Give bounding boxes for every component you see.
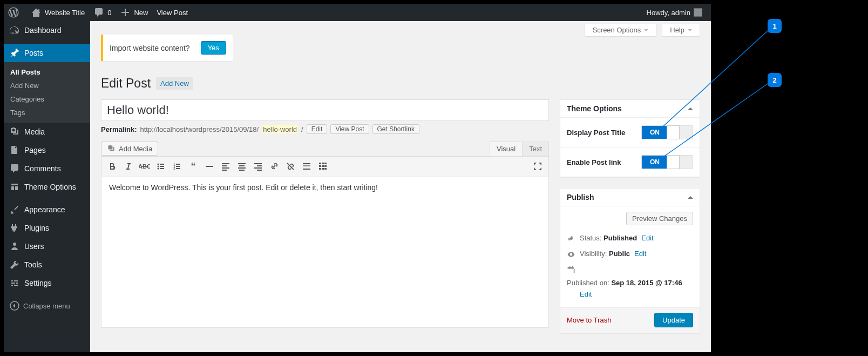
svg-text:“: “ (191, 161, 196, 172)
notice-text: Import website content? (110, 44, 190, 52)
nav-users[interactable]: Users (4, 237, 90, 256)
numbered-list-button[interactable]: 123 (169, 159, 185, 174)
permalink-shortlink-button[interactable]: Get Shortlink (372, 124, 419, 134)
nav-theme-options[interactable]: Theme Options (4, 178, 90, 196)
nav-media[interactable]: Media (4, 123, 90, 141)
users-icon (9, 241, 20, 252)
new-content-menu[interactable]: New (116, 4, 152, 21)
edit-visibility-link[interactable]: Edit (634, 250, 646, 258)
site-menu[interactable]: Website Title (26, 4, 89, 21)
status-line: Status: Published Edit (567, 231, 693, 246)
align-left-button[interactable] (218, 159, 233, 174)
account-menu[interactable]: Howdy, admin (642, 8, 707, 17)
permalink-label: Permalink: (101, 125, 137, 133)
nav-tags[interactable]: Tags (4, 106, 90, 119)
chevron-up-icon (688, 108, 693, 110)
admin-bar-right: Howdy, admin (642, 8, 711, 17)
plus-icon (120, 7, 131, 18)
help-toggle[interactable]: Help (662, 24, 700, 37)
nav-all-posts[interactable]: All Posts (4, 65, 90, 79)
move-to-trash-link[interactable]: Move to Trash (567, 316, 611, 324)
italic-button[interactable] (121, 159, 136, 174)
nav-plugins[interactable]: Plugins (4, 219, 90, 237)
callout-bubble-1: 1 (768, 19, 782, 33)
align-center-button[interactable] (234, 159, 249, 174)
view-post-link[interactable]: View Post (152, 4, 192, 21)
publish-title[interactable]: Publish (560, 189, 700, 206)
blockquote-button[interactable]: “ (186, 159, 201, 174)
preview-changes-button[interactable]: Preview Changes (626, 212, 693, 225)
permalink-edit-button[interactable]: Edit (307, 124, 328, 134)
bullet-list-button[interactable] (153, 159, 168, 174)
align-right-button[interactable] (250, 159, 266, 174)
svg-rect-16 (206, 166, 213, 167)
add-media-button[interactable]: Add Media (101, 142, 158, 156)
permalink-base: http://localhost/wordpress/2015/09/18/ (140, 125, 259, 133)
bold-button[interactable] (105, 159, 120, 174)
nav-comments[interactable]: Comments (4, 159, 90, 178)
nav-posts[interactable]: Posts (4, 44, 90, 62)
chevron-down-icon (688, 29, 692, 31)
appearance-icon (9, 204, 20, 215)
post-body: Permalink: http://localhost/wordpress/20… (101, 99, 549, 328)
enable-post-link-toggle[interactable]: ON (641, 155, 693, 169)
svg-rect-20 (222, 170, 227, 171)
nav-add-new-post[interactable]: Add New (4, 79, 90, 92)
page-heading: Edit Post Add New (101, 76, 193, 91)
svg-rect-34 (324, 163, 327, 164)
admin-bar-left: Website Title 0 New View Post (4, 4, 192, 21)
eye-icon (567, 250, 575, 259)
tab-text[interactable]: Text (523, 142, 549, 156)
display-post-title-toggle[interactable]: ON (641, 125, 693, 139)
update-button[interactable]: Update (654, 313, 693, 327)
svg-rect-27 (254, 167, 262, 169)
theme-options-title[interactable]: Theme Options (560, 100, 700, 118)
svg-rect-10 (176, 164, 180, 165)
visibility-line: Visibility: Public Edit (567, 246, 693, 262)
add-new-button[interactable]: Add New (156, 77, 193, 90)
kitchen-sink-button[interactable] (315, 159, 330, 174)
collapse-icon (9, 300, 20, 311)
nav-categories[interactable]: Categories (4, 92, 90, 106)
posts-submenu: All Posts Add New Categories Tags (4, 62, 90, 123)
fullscreen-button[interactable] (530, 159, 545, 174)
nav-pages[interactable]: Pages (4, 141, 90, 159)
pages-icon (9, 145, 20, 156)
wordpress-icon (8, 7, 19, 18)
admin-bar: Website Title 0 New View Post Howdy, adm… (4, 4, 711, 21)
theme-options-icon (9, 182, 20, 192)
svg-rect-36 (322, 165, 324, 167)
permalink-slug[interactable]: hello-world (262, 125, 298, 133)
nav-tools[interactable]: Tools (4, 256, 90, 274)
editor-content[interactable]: Welcome to WordPress. This is your first… (101, 177, 549, 328)
edit-status-link[interactable]: Edit (641, 234, 653, 242)
link-button[interactable] (267, 159, 282, 174)
key-icon (567, 234, 575, 243)
import-yes-button[interactable]: Yes (201, 41, 226, 55)
screen-meta-links: Screen Options Help (585, 24, 700, 37)
edit-date-link[interactable]: Edit (580, 290, 592, 298)
screen-options-toggle[interactable]: Screen Options (585, 24, 657, 37)
media-icon (9, 126, 20, 137)
more-button[interactable] (299, 159, 314, 174)
chevron-up-icon (688, 196, 693, 199)
svg-text:3: 3 (173, 167, 175, 170)
nav-appearance[interactable]: Appearance (4, 200, 90, 219)
unlink-button[interactable] (283, 159, 298, 174)
comments-menu[interactable]: 0 (89, 4, 116, 21)
post-title-input[interactable] (101, 99, 549, 121)
svg-rect-35 (319, 165, 321, 167)
nav-settings[interactable]: Settings (4, 274, 90, 292)
strikethrough-button[interactable]: ABC (137, 159, 152, 174)
nav-dashboard[interactable]: Dashboard (4, 21, 90, 39)
hr-button[interactable] (202, 159, 217, 174)
svg-rect-39 (322, 168, 324, 170)
svg-rect-18 (222, 165, 227, 166)
permalink-view-button[interactable]: View Post (330, 124, 369, 134)
import-notice: Import website content? Yes (101, 35, 233, 61)
home-icon (31, 7, 42, 18)
svg-rect-28 (257, 170, 262, 171)
wp-logo-menu[interactable] (4, 4, 26, 21)
collapse-menu[interactable]: Collapse menu (4, 297, 90, 315)
tab-visual[interactable]: Visual (490, 142, 523, 156)
